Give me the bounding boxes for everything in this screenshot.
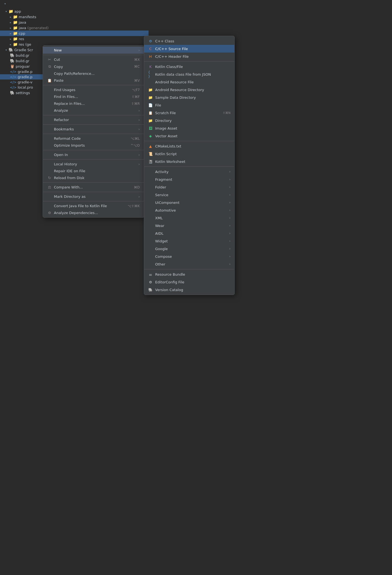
menu-item-reload[interactable]: ↻Reload from Disk — [43, 174, 144, 181]
sub-menu-item-xml[interactable]: XML› — [144, 214, 234, 222]
tree-item-java-gen[interactable]: ▸📁java (generated) — [0, 25, 149, 31]
menu-item-refactor[interactable]: Refactor› — [43, 116, 144, 123]
menu-label: Local History — [54, 162, 77, 166]
folder-icon: 📁 — [13, 26, 18, 30]
menu-item-mark-dir[interactable]: Mark Directory as› — [43, 193, 144, 200]
tree-item-res[interactable]: ▸📁res — [0, 36, 149, 42]
sub-menu-item-editorconfig[interactable]: ⚙EditorConfig File — [144, 278, 234, 286]
menu-item-optimize[interactable]: Optimize Imports^⌥O — [43, 142, 144, 149]
menu-shortcut: ⌥⌘L — [131, 137, 140, 141]
sub-menu-item-left: 📁Directory — [148, 118, 172, 123]
tree-label: app — [14, 9, 21, 13]
sub-menu-item-cpp-source[interactable]: CC/C++ Source File — [144, 45, 234, 53]
menu-item-repair-ide[interactable]: Repair IDE on File — [43, 168, 144, 174]
folder-icon: 📁 — [13, 31, 18, 35]
menu-item-copy-path[interactable]: Copy Path/Reference... — [43, 70, 144, 77]
sub-menu-item-sample-data[interactable]: 📁Sample Data Directory — [144, 94, 234, 101]
sub-menu-item-other[interactable]: Other› — [144, 260, 234, 268]
tree-label: Gradle Scr — [14, 48, 33, 52]
sub-menu-item-cpp-header[interactable]: HC/C++ Header File — [144, 53, 234, 60]
sub-menu-icon-empty — [148, 231, 153, 236]
tree-arrow: ▸ — [10, 32, 11, 35]
sub-menu-item-ui-component[interactable]: UiComponent› — [144, 199, 234, 206]
sub-menu-item-compose[interactable]: Compose› — [144, 253, 234, 260]
sub-menu-item-service[interactable]: Service› — [144, 191, 234, 199]
menu-item-paste[interactable]: 📋Paste⌘V — [43, 77, 144, 84]
sub-menu-item-image-asset[interactable]: 🖼Image Asset — [144, 124, 234, 132]
sub-menu-item-wear[interactable]: Wear› — [144, 222, 234, 229]
tree-label: cpp — [19, 31, 25, 35]
sub-menu-item-fragment[interactable]: Fragment› — [144, 176, 234, 183]
sub-menu-item-automotive[interactable]: Automotive› — [144, 206, 234, 214]
menu-item-new[interactable]: New› — [43, 47, 144, 54]
menu-item-find-in-files[interactable]: Find in Files...⇧⌘F — [43, 93, 144, 100]
sub-menu-item-left: 📄File — [148, 103, 161, 108]
sub-menu-icon: 🖼 — [148, 126, 153, 131]
title-dropdown-arrow[interactable]: ▾ — [4, 2, 6, 5]
menu-item-local-history[interactable]: Local History› — [43, 161, 144, 168]
menu-label: Copy — [54, 65, 63, 69]
sub-menu-item-resource-bundle[interactable]: ⚌Resource Bundle — [144, 270, 234, 278]
sub-menu-item-vector-asset[interactable]: ◈Vector Asset — [144, 132, 234, 140]
tree-item-cpp[interactable]: ▸📁cpp — [0, 31, 149, 36]
sub-menu-label: Widget — [155, 239, 168, 243]
sub-menu-item-android-res-dir[interactable]: 📁Android Resource Directory — [144, 86, 234, 94]
sub-menu-item-activity[interactable]: Activity› — [144, 168, 234, 176]
menu-item-open-in[interactable]: Open In› — [43, 151, 144, 158]
menu-item-replace-in-files[interactable]: Replace in Files...⇧⌘R — [43, 100, 144, 107]
tree-label: java — [19, 26, 26, 30]
sub-menu-item-kotlin-worksheet[interactable]: 📓Kotlin Worksheet — [144, 158, 234, 165]
sub-menu-label: Service — [155, 193, 168, 197]
menu-label: New — [54, 48, 62, 52]
menu-item-compare-with[interactable]: ⚖Compare With...⌘D — [43, 184, 144, 191]
menu-item-cut[interactable]: ✂Cut⌘X — [43, 56, 144, 63]
menu-label: Find in Files... — [54, 95, 78, 99]
folder-icon: 📁 — [9, 9, 13, 13]
menu-item-left: Mark Directory as — [47, 195, 86, 199]
sub-menu-item-left: 📜Kotlin Script — [148, 151, 177, 156]
sub-menu-item-directory[interactable]: 📁Directory — [144, 117, 234, 124]
sub-menu-label: CMakeLists.txt — [155, 144, 181, 148]
sub-menu-icon-empty — [148, 215, 153, 220]
menu-item-left: ↻Reload from Disk — [47, 176, 84, 180]
sub-menu-item-scratch[interactable]: 📋Scratch File⇧⌘N — [144, 109, 234, 117]
sub-menu-icon: 📜 — [148, 151, 153, 156]
menu-item-copy[interactable]: ⧉Copy⌘C — [43, 63, 144, 70]
menu-separator — [43, 201, 144, 201]
tree-item-java[interactable]: ▸📁java — [0, 20, 149, 25]
tree-item-manifests[interactable]: ▸📁manifests — [0, 14, 149, 20]
menu-icon: ⧉ — [47, 64, 52, 69]
xml-icon: </> — [10, 75, 17, 79]
menu-item-analyze[interactable]: Analyze› — [43, 107, 144, 114]
menu-item-left: Bookmarks — [47, 127, 74, 131]
sub-menu-label: Google — [155, 247, 168, 251]
sub-menu-item-cmake[interactable]: ▲CMakeLists.txt — [144, 142, 234, 150]
sub-menu-item-android-res-file[interactable]: Android Resource File — [144, 78, 234, 86]
sub-menu-arrow: › — [229, 231, 231, 235]
sub-menu-icon: ▲ — [148, 144, 153, 149]
menu-item-find-usages[interactable]: Find Usages⌥F7 — [43, 86, 144, 93]
menu-item-reformat[interactable]: Reformat Code⌥⌘L — [43, 135, 144, 142]
sub-menu-item-kotlin-script[interactable]: 📜Kotlin Script — [144, 150, 234, 158]
sub-menu-item-left: ◈Vector Asset — [148, 133, 177, 138]
sub-menu-item-folder[interactable]: Folder› — [144, 183, 234, 191]
sub-menu-arrow: › — [229, 247, 231, 251]
sub-menu-item-google[interactable]: Google› — [144, 245, 234, 253]
menu-item-convert-java[interactable]: Convert Java File to Kotlin File⌥⇧⌘K — [43, 202, 144, 209]
sub-menu-item-widget[interactable]: Widget› — [144, 237, 234, 245]
sub-menu-item-file[interactable]: 📄File — [144, 101, 234, 109]
sub-menu-item-version-catalog[interactable]: 🐘Version Catalog — [144, 286, 234, 294]
sub-menu-arrow: › — [229, 208, 231, 212]
menu-item-left: Reformat Code — [47, 136, 81, 141]
sub-menu-item-kotlin-class[interactable]: KKotlin Class/File — [144, 63, 234, 70]
sub-menu-arrow: › — [229, 216, 231, 220]
menu-item-bookmarks[interactable]: Bookmarks› — [43, 126, 144, 133]
menu-item-left: ⚙Analyze Dependencies... — [47, 211, 98, 215]
tree-item-app[interactable]: ▾📁app — [0, 9, 149, 14]
sub-menu-icon: H — [148, 54, 153, 59]
menu-item-analyze-deps[interactable]: ⚙Analyze Dependencies... — [43, 209, 144, 216]
sub-menu-item-kotlin-data[interactable]: { }Kotlin data class File from JSON — [144, 70, 234, 78]
sub-menu-item-aidl[interactable]: AIDL› — [144, 229, 234, 237]
sub-menu-item-cpp-class[interactable]: ⚙C++ Class — [144, 37, 234, 45]
sub-menu-arrow: › — [229, 254, 231, 258]
